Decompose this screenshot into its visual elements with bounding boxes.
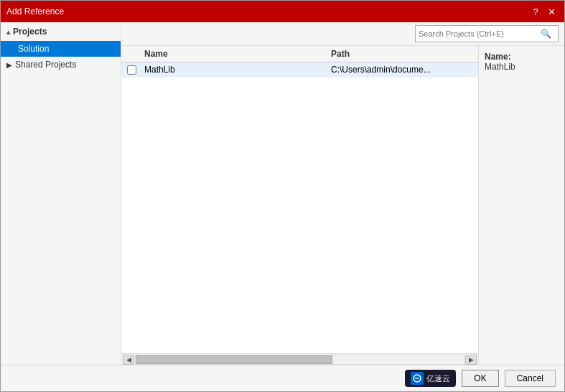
title-bar-buttons: ? ✕ [528, 4, 559, 19]
row-name-cell: MathLib [141, 65, 328, 75]
search-icon: 🔍 [541, 29, 551, 39]
dialog-body: ▴ Projects Solution ▶ Shared Projects [1, 22, 564, 391]
cancel-button[interactable]: Cancel [505, 370, 556, 387]
row-checkbox-cell [121, 65, 141, 75]
scroll-right-button[interactable]: ▶ [465, 355, 477, 365]
detail-name-value: MathLib [485, 62, 559, 72]
solution-nav-item[interactable]: Solution [1, 41, 121, 57]
scroll-track[interactable] [135, 355, 464, 365]
watermark-icon [411, 372, 424, 385]
close-button[interactable]: ✕ [544, 4, 559, 19]
scroll-left-button[interactable]: ◀ [123, 355, 134, 365]
name-col-header: Name [141, 49, 328, 59]
right-panel: 🔍 Name Path [121, 22, 564, 365]
shared-projects-arrow-icon: ▶ [6, 61, 12, 69]
watermark-text: 亿速云 [426, 373, 450, 384]
detail-name-label: Name: [485, 52, 559, 62]
title-bar: Add Reference ? ✕ [1, 1, 564, 22]
scroll-thumb [136, 355, 332, 364]
footer: 亿速云 OK Cancel [1, 365, 564, 391]
detail-panel: Name: MathLib [478, 46, 564, 365]
horizontal-scrollbar: ◀ ▶ [121, 353, 478, 365]
table-row[interactable]: MathLib C:\Users\admin\docume... [121, 62, 478, 78]
row-path-cell: C:\Users\admin\docume... [328, 65, 478, 75]
ok-button[interactable]: OK [462, 370, 498, 387]
watermark-area: 亿速云 [405, 370, 456, 387]
path-col-header: Path [328, 49, 478, 59]
row-checkbox[interactable] [127, 65, 136, 75]
search-input[interactable] [416, 28, 538, 39]
projects-label: Projects [13, 27, 47, 37]
projects-arrow-icon: ▴ [6, 28, 10, 36]
table-area: Name Path MathLib C:\Users\admin\docume.… [121, 46, 478, 365]
left-panel: ▴ Projects Solution ▶ Shared Projects [1, 22, 121, 365]
projects-section-header[interactable]: ▴ Projects [1, 22, 121, 41]
content-area: ▴ Projects Solution ▶ Shared Projects [1, 22, 564, 365]
add-reference-dialog: Add Reference ? ✕ ▴ Projects Solution ▶ … [0, 0, 565, 392]
search-input-wrapper: 🔍 [415, 25, 559, 42]
search-button[interactable]: 🔍 [538, 26, 554, 42]
shared-projects-nav-item[interactable]: ▶ Shared Projects [1, 57, 121, 73]
dialog-title: Add Reference [6, 6, 528, 17]
table-body: MathLib C:\Users\admin\docume... [121, 62, 478, 353]
help-button[interactable]: ? [528, 4, 543, 19]
search-bar: 🔍 [121, 22, 564, 46]
table-header: Name Path [121, 46, 478, 62]
watermark-box: 亿速云 [405, 370, 456, 387]
